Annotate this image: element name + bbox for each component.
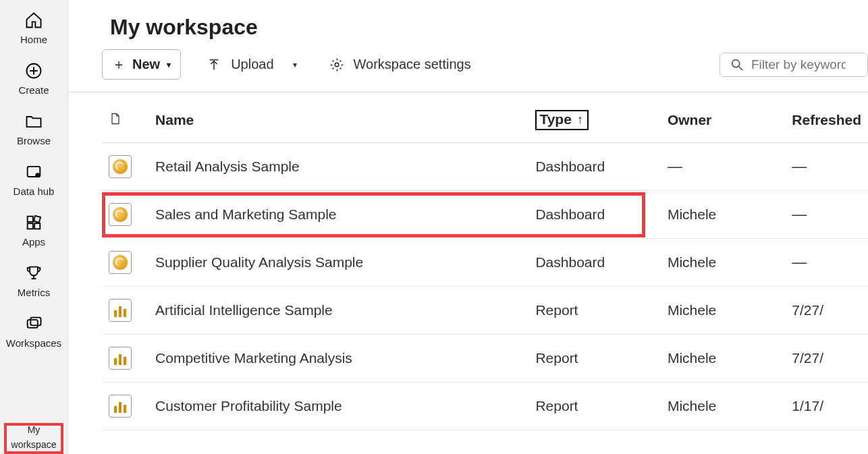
nav-datahub[interactable]: Data hub bbox=[0, 156, 67, 206]
plus-circle-icon bbox=[24, 61, 43, 80]
row-name[interactable]: Sales and Marketing Sample bbox=[148, 191, 528, 239]
filter-input-wrap[interactable] bbox=[720, 53, 868, 77]
col-type-label: Type bbox=[539, 111, 571, 127]
workspace-settings-label: Workspace settings bbox=[354, 57, 471, 72]
row-refreshed: 7/27/ bbox=[785, 287, 868, 335]
col-type-header[interactable]: Type ↑ bbox=[528, 92, 661, 143]
row-type: Report bbox=[528, 382, 661, 430]
nav-home-label: Home bbox=[20, 34, 47, 45]
report-icon bbox=[109, 347, 132, 370]
filter-input[interactable] bbox=[751, 57, 846, 72]
nav-datahub-label: Data hub bbox=[13, 186, 55, 197]
new-button-label: New bbox=[132, 57, 160, 72]
apps-icon bbox=[24, 213, 43, 232]
row-icon-cell bbox=[102, 143, 148, 191]
content-table-wrap: Name Type ↑ Owner Refreshed bbox=[68, 92, 868, 454]
table-row[interactable]: Sales and Marketing SampleDashboardMiche… bbox=[102, 191, 868, 239]
workspace-settings-button[interactable]: Workspace settings bbox=[323, 53, 478, 76]
col-name-label: Name bbox=[155, 112, 194, 127]
nav-workspaces-label: Workspaces bbox=[6, 337, 61, 349]
row-owner: — bbox=[661, 143, 785, 191]
row-name[interactable]: Competitive Marketing Analysis bbox=[148, 335, 528, 382]
row-icon-cell bbox=[102, 239, 148, 287]
row-owner: Michele bbox=[661, 191, 785, 239]
dashboard-icon bbox=[109, 155, 132, 178]
dashboard-icon bbox=[109, 251, 132, 274]
gear-icon bbox=[329, 57, 344, 72]
upload-label: Upload bbox=[231, 57, 273, 72]
toolbar: ＋ New ▾ Upload ▾ Workspace settings bbox=[68, 49, 868, 92]
row-icon-cell bbox=[102, 191, 148, 239]
col-owner-header[interactable]: Owner bbox=[661, 92, 785, 143]
report-icon bbox=[109, 299, 132, 322]
dashboard-icon bbox=[109, 203, 132, 226]
upload-icon bbox=[207, 57, 221, 72]
nav-create[interactable]: Create bbox=[0, 55, 67, 105]
chevron-down-icon: ▾ bbox=[167, 60, 171, 69]
row-refreshed: 1/17/ bbox=[785, 382, 868, 430]
plus-icon: ＋ bbox=[112, 55, 126, 74]
col-name-header[interactable]: Name bbox=[148, 92, 528, 143]
svg-rect-12 bbox=[30, 318, 40, 326]
nav-home[interactable]: Home bbox=[0, 4, 67, 55]
nav-browse[interactable]: Browse bbox=[0, 105, 67, 156]
nav-metrics-label: Metrics bbox=[18, 287, 50, 298]
content-table: Name Type ↑ Owner Refreshed bbox=[102, 92, 868, 430]
report-icon bbox=[109, 395, 132, 418]
svg-rect-6 bbox=[34, 216, 40, 223]
row-icon-cell bbox=[102, 382, 148, 430]
row-type: Dashboard bbox=[528, 239, 661, 287]
chevron-down-icon: ▾ bbox=[293, 60, 297, 69]
row-refreshed: — bbox=[785, 143, 868, 191]
row-refreshed: — bbox=[785, 239, 868, 287]
row-owner: Michele bbox=[661, 287, 785, 335]
workspaces-icon bbox=[24, 314, 43, 333]
row-refreshed: — bbox=[785, 191, 868, 239]
row-owner: Michele bbox=[661, 382, 785, 430]
database-icon bbox=[24, 163, 43, 181]
left-sidebar: Home Create Browse Data hub Apps Metrics… bbox=[0, 0, 68, 454]
nav-create-label: Create bbox=[18, 84, 49, 96]
row-refreshed: 7/27/ bbox=[785, 335, 868, 382]
table-row[interactable]: Competitive Marketing AnalysisReportMich… bbox=[102, 335, 868, 382]
trophy-icon bbox=[24, 264, 43, 283]
folder-icon bbox=[24, 112, 43, 131]
table-row[interactable]: Artificial Intelligence SampleReportMich… bbox=[102, 287, 868, 335]
row-name[interactable]: Supplier Quality Analysis Sample bbox=[148, 239, 528, 287]
table-header-row: Name Type ↑ Owner Refreshed bbox=[102, 92, 868, 143]
nav-workspaces[interactable]: Workspaces bbox=[0, 308, 67, 358]
sort-asc-icon: ↑ bbox=[577, 113, 583, 127]
row-name[interactable]: Artificial Intelligence Sample bbox=[148, 287, 528, 335]
row-owner: Michele bbox=[661, 239, 785, 287]
row-type: Dashboard bbox=[528, 191, 661, 239]
col-refreshed-header[interactable]: Refreshed bbox=[785, 92, 868, 143]
file-icon bbox=[109, 111, 122, 127]
row-type: Dashboard bbox=[528, 143, 661, 191]
nav-apps-label: Apps bbox=[22, 236, 45, 248]
new-button[interactable]: ＋ New ▾ bbox=[102, 49, 181, 80]
row-type: Report bbox=[528, 287, 661, 335]
svg-rect-7 bbox=[28, 223, 33, 229]
upload-button[interactable]: Upload ▾ bbox=[200, 53, 303, 76]
page-title: My workspace bbox=[110, 15, 868, 40]
header: My workspace bbox=[68, 0, 868, 49]
col-icon-header bbox=[102, 92, 148, 143]
search-icon bbox=[730, 57, 744, 72]
app-root: Home Create Browse Data hub Apps Metrics… bbox=[0, 0, 868, 454]
nav-apps[interactable]: Apps bbox=[0, 206, 67, 257]
row-owner: Michele bbox=[661, 335, 785, 382]
annotation-highlight-sidebar bbox=[4, 423, 63, 454]
table-row[interactable]: Supplier Quality Analysis SampleDashboar… bbox=[102, 239, 868, 287]
svg-point-16 bbox=[732, 59, 740, 67]
row-icon-cell bbox=[102, 335, 148, 382]
row-type: Report bbox=[528, 335, 661, 382]
row-name[interactable]: Retail Analysis Sample bbox=[148, 143, 528, 191]
home-icon bbox=[24, 11, 43, 30]
nav-browse-label: Browse bbox=[17, 135, 51, 146]
svg-rect-11 bbox=[28, 320, 38, 328]
nav-metrics[interactable]: Metrics bbox=[0, 257, 67, 308]
row-name[interactable]: Customer Profitability Sample bbox=[148, 382, 528, 430]
table-row[interactable]: Retail Analysis SampleDashboard—— bbox=[102, 143, 868, 191]
table-row[interactable]: Customer Profitability SampleReportMiche… bbox=[102, 382, 868, 430]
svg-point-15 bbox=[335, 63, 339, 67]
